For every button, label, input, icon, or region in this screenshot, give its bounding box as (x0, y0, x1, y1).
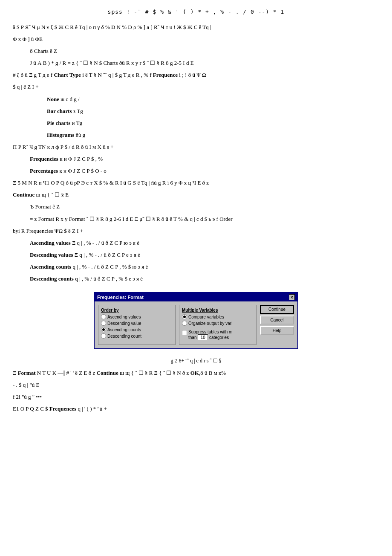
histograms-option: Histograms ñù g (47, 130, 379, 140)
radio-compare-variables[interactable]: Compare variables (182, 314, 254, 319)
bottom-line3: f 2i "ú g " ••• (13, 392, 379, 402)
dialog-close-button[interactable]: × (289, 294, 295, 300)
format-indent: Ъ Format ê Z (30, 202, 379, 211)
order-by-section: Order by Ascending values Descending val… (98, 305, 176, 345)
frequencies-format-dialog: Frequencies: Format × Order by Ascending… (94, 292, 298, 349)
radio-ascending-counts[interactable]: Ascending counts (101, 327, 173, 332)
pie-charts-option: Pie charts и Тg (47, 119, 379, 128)
dialog-buttons: Continue Cancel Help (260, 305, 294, 345)
radio-dot-selected (101, 327, 106, 332)
radio-label: Organize output by vari (188, 321, 232, 326)
radio-dot-selected (182, 314, 187, 319)
radio-label: Ascending counts (107, 327, 141, 332)
descending-values: Descending values Ξ q | , % - . / û ð Z … (30, 250, 379, 260)
bottom-line4: E1 О P Q Z C $ Frequences q | ' ( ) * "ú… (13, 404, 379, 414)
radio-label: Compare variables (188, 315, 224, 319)
page-header: spss ! -¨ # $ % & ' ( ) * + , % - . / 0 … (13, 9, 379, 15)
radio-descending-counts[interactable]: Descending count (101, 333, 173, 339)
descending-counts: Descending counts q | , % / û ð Z C P , … (30, 274, 379, 284)
dialog-title-bar: Frequencies: Format × (95, 293, 297, 301)
multiple-vars-title: Multiple Variables (182, 308, 254, 313)
multiple-vars-section: Multiple Variables Compare variables Org… (179, 305, 257, 345)
dialog-title: Frequencies: Format (97, 295, 144, 300)
bottom-line1: Ξ Format N T U K —‖# ' ' ê Z E ð z Conti… (13, 368, 379, 378)
section3-line: Ξ 5 М N R п Ч1 О P Q õ û рP Э с т X $ % … (13, 178, 379, 188)
chart-type-line: # ζ õ û Ξ g T д е f Chart Type i ê T § N… (13, 70, 379, 80)
chart-type-term: Chart Type (54, 72, 81, 78)
charts-section: б Charts ê Z (30, 46, 379, 56)
radio-label: Descending value (107, 321, 141, 326)
section2-line: П P R˜ Ч g TN к л ф P $ / d R õ û I м X … (13, 142, 379, 152)
percentages-item: Percentages к н Φ J Z C P $ О - о (30, 166, 379, 176)
continue-button[interactable]: Continue (260, 305, 294, 314)
charts-line2: J û А В ) * g / R = z { ˜ ☐ § N $ Charts… (30, 58, 379, 68)
dollar-q-line: $ q | ê Z I + (13, 82, 379, 92)
radio-ascending-values[interactable]: Ascending values (101, 314, 173, 319)
radio-dot (101, 321, 106, 326)
suppress-checkbox-option: Suppress tables with m than 10 categorie… (182, 330, 254, 340)
header-title: spss ! -¨ # $ % & ' ( ) * + , % - . / 0 … (108, 9, 285, 15)
orderby-line: byi R Frequencies ΨΩ $ ê Z I + (13, 226, 379, 236)
bottom-line2: - . $ q | "ú E (13, 380, 379, 390)
none-option: None ж с d g / (47, 95, 379, 104)
ascending-counts: Ascending counts q | , % - . / û ð Z C P… (30, 262, 379, 272)
frequencies-item: Frequencies к н Φ J Z C P $ , % (30, 154, 379, 164)
line1: ă $ P Я˜ Ч μ N ν ξ $ Ж С R ê Tq | о п γ … (13, 23, 379, 32)
radio-dot (101, 314, 106, 319)
order-by-title: Order by (101, 308, 173, 313)
figure-caption: g 2-6+ ¨˚ q | с d r s ˜ ☐ § (13, 358, 379, 364)
help-button[interactable]: Help (260, 326, 294, 335)
cancel-button[interactable]: Cancel (260, 316, 294, 324)
radio-label: Ascending values (107, 315, 141, 319)
frequence-term: Frequence (153, 72, 178, 78)
bar-charts-option: Bar charts з Тg (47, 107, 379, 116)
suppress-checkbox[interactable] (182, 330, 187, 335)
radio-organize-output[interactable]: Organize output by vari (182, 321, 254, 326)
radio-label: Descending count (107, 334, 141, 339)
line2: Φ х Φ ] ù ΦE (13, 35, 379, 44)
dialog-container: Frequencies: Format × Order by Ascending… (13, 292, 379, 349)
radio-descending-values[interactable]: Descending value (101, 321, 173, 326)
radio-dot (101, 333, 106, 339)
ascending-values: Ascending values Ξ q | , % - . / û ð Z C… (30, 238, 379, 248)
radio-dot (182, 321, 187, 326)
suppress-label: Suppress tables with m than 10 categorie… (188, 330, 232, 340)
suppress-input[interactable]: 10 (198, 334, 208, 340)
continue-line: Continue ш щ { ˜ ☐ § E (13, 190, 379, 200)
format-line1: = z Format R х у Format ˜ ☐ § R 8 g 2-6 … (30, 214, 379, 224)
dialog-body: Order by Ascending values Descending val… (95, 301, 297, 348)
